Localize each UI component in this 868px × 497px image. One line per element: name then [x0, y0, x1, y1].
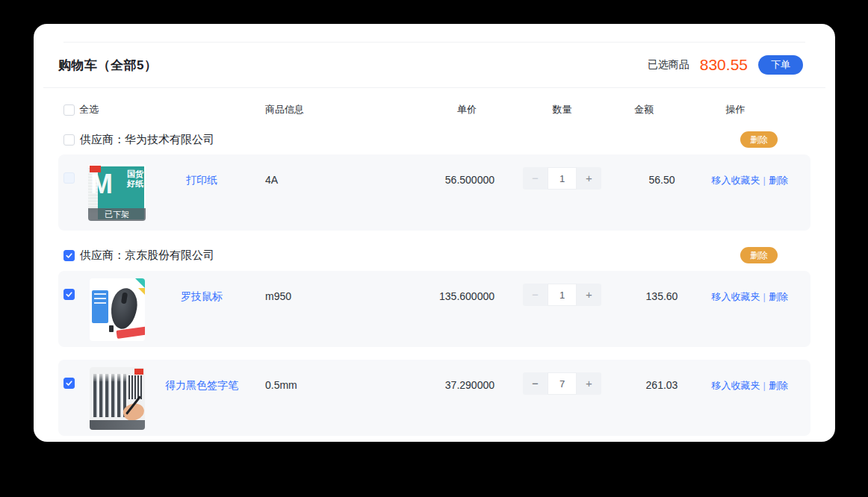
quantity-input[interactable]	[548, 167, 577, 190]
supplier-checkbox[interactable]	[63, 250, 75, 261]
decrease-quantity-button[interactable]: −	[523, 284, 548, 306]
product-image-pens[interactable]	[90, 367, 145, 430]
increase-quantity-button[interactable]: +	[577, 167, 601, 190]
product-spec: m950	[258, 271, 390, 302]
promo-banner-blue	[92, 290, 108, 323]
supplier-row: 供应商：京东股份有限公司 删除	[58, 243, 810, 268]
product-name-link[interactable]: 罗技鼠标	[181, 290, 223, 302]
select-all-label: 全选	[79, 103, 99, 116]
column-header-amount: 金额	[630, 103, 694, 116]
check-icon	[65, 251, 73, 260]
product-row-pens: 得力黑色签字笔 0.5mm 37.290000 − + 261.03 移入收藏夹…	[58, 360, 810, 436]
paper-m-letter: M	[90, 171, 113, 198]
amount-value: 261.03	[630, 360, 694, 391]
check-icon	[65, 379, 73, 387]
product-image-mouse[interactable]	[90, 278, 145, 341]
delete-item-link[interactable]: 删除	[769, 380, 788, 391]
supplier-section-jd: 供应商：京东股份有限公司 删除 罗技鼠标	[34, 243, 835, 436]
actions-separator: |	[763, 175, 766, 186]
quantity-input[interactable]	[548, 372, 577, 395]
move-to-favorites-link[interactable]: 移入收藏夹	[712, 175, 760, 186]
item-checkbox[interactable]	[63, 289, 75, 300]
product-row-paper: M 国货好纸 已下架 打印纸 4A 56.500000 − + 56.50 移入…	[58, 154, 810, 231]
supplier-delete-button[interactable]: 删除	[740, 247, 778, 263]
image-caption-band	[90, 420, 145, 430]
product-spec: 4A	[258, 154, 390, 186]
selected-total-amount: 830.55	[700, 56, 748, 74]
supplier-row: 供应商：华为技术有限公司 删除	[58, 127, 810, 152]
select-all-checkbox[interactable]	[63, 104, 75, 116]
increase-quantity-button[interactable]: +	[577, 372, 601, 395]
product-name-link[interactable]: 得力黑色签字笔	[165, 379, 238, 391]
supplier-checkbox[interactable]	[63, 134, 75, 146]
amount-value: 56.50	[630, 154, 694, 186]
supplier-name: 供应商：京东股份有限公司	[80, 248, 214, 263]
supplier-delete-button[interactable]: 删除	[740, 131, 778, 148]
corner-ribbon-teal	[135, 278, 145, 288]
corner-ribbon-yellow	[138, 288, 145, 295]
delete-item-link[interactable]: 删除	[769, 291, 788, 302]
decrease-quantity-button[interactable]: −	[523, 167, 548, 190]
column-header-actions: 操作	[694, 103, 810, 116]
check-icon	[65, 290, 73, 298]
move-to-favorites-link[interactable]: 移入收藏夹	[712, 380, 760, 391]
move-to-favorites-link[interactable]: 移入收藏夹	[712, 291, 760, 302]
supplier-name: 供应商：华为技术有限公司	[80, 133, 214, 147]
quantity-stepper[interactable]: − +	[523, 372, 601, 395]
quantity-input[interactable]	[548, 284, 577, 306]
delete-item-link[interactable]: 删除	[769, 175, 788, 186]
product-row-mouse: 罗技鼠标 m950 135.600000 − + 135.60 移入收藏夹|删除	[58, 271, 810, 347]
product-image-paper[interactable]: M 国货好纸 已下架	[88, 164, 146, 221]
quantity-stepper[interactable]: − +	[523, 284, 601, 306]
supplier-section-huawei: 供应商：华为技术有限公司 删除 M 国货好纸 已下架 打印纸 4A 56.500…	[34, 127, 835, 231]
item-checkbox[interactable]	[63, 378, 75, 389]
pens-caps-highlight	[93, 374, 126, 381]
unit-price-value: 56.500000	[390, 154, 495, 186]
cart-title-bar: 购物车（全部5） 已选商品 830.55 下单	[34, 43, 835, 87]
column-header-unit-price: 单价	[390, 103, 495, 116]
select-all-group: 全选	[58, 103, 258, 116]
product-name-link[interactable]: 打印纸	[186, 174, 217, 186]
item-checkbox[interactable]	[63, 172, 75, 184]
actions-separator: |	[763, 380, 766, 391]
selected-items-label: 已选商品	[648, 58, 689, 72]
paper-slogan-text: 国货好纸	[125, 169, 145, 189]
unit-price-value: 135.600000	[390, 271, 495, 302]
quantity-stepper[interactable]: − +	[523, 167, 601, 190]
brand-logo-red	[134, 369, 143, 375]
column-header-quantity: 数量	[495, 103, 630, 116]
decrease-quantity-button[interactable]: −	[523, 372, 548, 395]
unit-price-value: 37.290000	[390, 360, 495, 391]
amount-value: 135.60	[630, 271, 694, 302]
cart-table-header: 全选 商品信息 单价 数量 金额 操作	[58, 88, 810, 125]
cart-summary: 已选商品 830.55 下单	[648, 55, 803, 75]
actions-separator: |	[763, 291, 766, 302]
product-spec: 0.5mm	[258, 360, 390, 391]
page-title: 购物车（全部5）	[58, 57, 157, 74]
off-shelf-badge: 已下架	[88, 208, 146, 221]
usb-receiver-graphic	[109, 325, 114, 332]
shopping-cart-panel: 购物车（全部5） 已选商品 830.55 下单 全选 商品信息 单价 数量 金额…	[34, 24, 835, 442]
column-header-product-info: 商品信息	[258, 103, 390, 116]
increase-quantity-button[interactable]: +	[577, 284, 601, 306]
place-order-button[interactable]: 下单	[758, 55, 803, 75]
